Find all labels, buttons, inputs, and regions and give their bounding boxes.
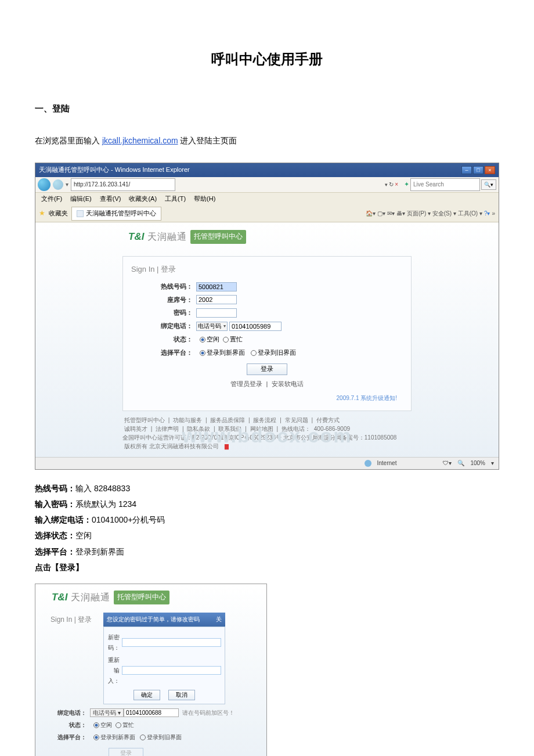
login-button[interactable]: 登录 (247, 363, 287, 375)
brand-bar: T&I 天润融通 托管型呼叫中心 (35, 222, 499, 251)
password-input[interactable] (196, 308, 237, 318)
signin-title-zh-2: 登录 (78, 615, 92, 624)
page-tools: 🏠▾ ▢▾ ✉▾ 🖶▾ 页面(P) ▾ 安全(S) ▾ 工具(O) ▾ ?▾ » (366, 208, 495, 219)
underlying-form: 绑定电话： 电话号码▾ 请在号码前加区号！ 状态： 空闲 置忙 选择平台： 登录… (50, 708, 262, 756)
info-password-value: 系统默认为 1234 (75, 499, 136, 509)
seat-input[interactable] (196, 295, 237, 304)
menu-edit[interactable]: 编辑(E) (68, 193, 94, 205)
protected-mode-icon[interactable]: 🛡▾ (443, 458, 452, 469)
modal-title: 您设定的密码过于简单，请修改密码 (107, 614, 200, 625)
info-password-label: 输入密码： (35, 499, 75, 509)
bind-phone-label: 绑定电话： (131, 321, 196, 332)
under-platform-new-radio[interactable] (93, 735, 99, 740)
address-bar[interactable]: http://172.16.203.141/ (71, 178, 175, 191)
under-platform-new-text: 登录到新界面 (100, 732, 135, 743)
instruction-prefix: 在浏览器里面输入 (35, 136, 102, 145)
hotline-label: 热线号码： (131, 281, 196, 293)
state-busy-radio[interactable] (223, 337, 229, 343)
repeat-password-input[interactable] (122, 666, 221, 675)
platform-new-text: 登录到新界面 (207, 347, 245, 359)
tab-favicon (77, 210, 84, 217)
footer-l2b[interactable]: 法律声明 (156, 426, 179, 432)
section-1-heading: 一、登陆 (35, 100, 499, 116)
under-platform-old-text: 登录到旧界面 (147, 732, 182, 743)
menu-help[interactable]: 帮助(H) (192, 193, 218, 205)
repeat-password-label: 重新输入： (107, 655, 120, 686)
bind-type-select[interactable]: 电话号码▾ (196, 322, 228, 331)
search-go-button[interactable]: 🔍▾ (481, 179, 496, 190)
instruction-suffix: 进入登陆主页面 (178, 136, 237, 145)
info-hotline-value: 输入 82848833 (75, 484, 130, 493)
help-icon[interactable]: ?▾ (484, 208, 490, 219)
under-state-busy-radio[interactable] (116, 722, 121, 728)
hotline-input[interactable] (196, 282, 237, 291)
maximize-button[interactable]: □ (473, 166, 484, 174)
close-button[interactable]: × (485, 166, 495, 174)
login-url-link[interactable]: jkcall.jkchemical.com (102, 136, 178, 145)
password-change-dialog: 您设定的密码过于简单，请修改密码 关 新密码： 重新输入： 确定 取消 (103, 613, 225, 704)
feed-icon[interactable]: ▢▾ (377, 208, 385, 219)
more-chevron[interactable]: » (492, 208, 495, 219)
info-state-label: 选择状态： (35, 531, 75, 540)
modal-ok-button[interactable]: 确定 (134, 690, 160, 700)
favorites-label: 收藏夹 (49, 208, 68, 219)
chevron-down-icon: ▾ (118, 708, 121, 718)
under-state-idle-radio[interactable] (93, 722, 99, 728)
platform-new-radio[interactable] (200, 350, 205, 356)
under-state-label: 状态： (50, 720, 86, 730)
install-softphone-link[interactable]: 安装软电话 (272, 380, 304, 387)
screenshot-password-modal: T&I 天润融通 托管型呼叫中心 Sign In | 登录 您设定的密码过于简单… (35, 584, 267, 756)
search-box[interactable]: Live Search (410, 178, 480, 191)
new-password-label: 新密码： (107, 632, 120, 653)
menu-favorites[interactable]: 收藏夹(A) (127, 193, 159, 205)
bind-phone-input[interactable] (229, 322, 282, 331)
info-bindphone-label: 输入绑定电话： (35, 515, 92, 524)
brand-cn-text-2: 天润融通 (71, 589, 110, 606)
modal-close-button[interactable]: 关 (216, 614, 222, 625)
menu-view[interactable]: 查看(V) (98, 193, 124, 205)
state-idle-radio[interactable] (200, 337, 205, 343)
under-bind-input[interactable] (124, 708, 179, 717)
screenshot-login-page: 天润融通托管型呼叫中心 - Windows Internet Explorer … (35, 163, 499, 469)
ie-status-bar: Internet 🛡▾ 🔍 100% ▾ (35, 457, 499, 469)
under-bind-note: 请在号码前加区号！ (182, 708, 234, 718)
internet-zone-icon (365, 460, 371, 467)
upgrade-notice[interactable]: 2009.7.1 系统升级通知! (131, 393, 403, 404)
browser-tab[interactable]: 天润融通托管型呼叫中心 (71, 207, 161, 221)
info-click-login: 点击【登录】 (35, 563, 84, 572)
ie-nav-toolbar: ▾ http://172.16.203.141/ ▾ ↻ × ✦ Live Se… (35, 177, 499, 193)
favorites-star-icon[interactable]: ★ (39, 207, 45, 220)
under-platform-old-radio[interactable] (140, 735, 146, 740)
new-password-input[interactable] (122, 638, 221, 647)
menu-file[interactable]: 文件(F) (39, 193, 64, 205)
footer-l2a[interactable]: 诚聘英才 (124, 426, 147, 432)
password-label: 密码： (131, 307, 196, 319)
seat-label: 座席号： (131, 294, 196, 306)
modal-cancel-button[interactable]: 取消 (168, 690, 195, 700)
home-icon[interactable]: 🏠▾ (366, 208, 376, 219)
minimize-button[interactable]: – (461, 166, 472, 174)
info-bindphone-value: 01041000+分机号码 (92, 515, 165, 524)
platform-old-radio[interactable] (251, 350, 257, 356)
brand-tag-2: 托管型呼叫中心 (114, 591, 169, 604)
platform-label: 选择平台： (131, 347, 196, 359)
page-menu[interactable]: 页面(P) ▾ 安全(S) ▾ 工具(O) ▾ (407, 208, 482, 219)
mail-icon[interactable]: ✉▾ (387, 208, 395, 219)
watermark: www.bdocx.com (182, 418, 352, 453)
state-label: 状态： (131, 334, 196, 345)
admin-login-link[interactable]: 管理员登录 (230, 380, 262, 387)
under-bind-type-select[interactable]: 电话号码▾ (90, 708, 124, 717)
document-title: 呼叫中心使用手册 (35, 46, 499, 71)
menu-tools[interactable]: 工具(T) (163, 193, 188, 205)
back-button[interactable] (38, 178, 50, 191)
forward-button[interactable] (53, 179, 63, 190)
under-platform-label: 选择平台： (50, 732, 86, 743)
print-icon[interactable]: 🖶▾ (396, 208, 405, 219)
signin-title-zh: 登录 (161, 265, 176, 273)
under-state-idle-text: 空闲 (100, 720, 112, 730)
chevron-down-icon: ▾ (223, 322, 226, 330)
footer-l1a[interactable]: 托管型呼叫中心 (124, 417, 165, 423)
zoom-level[interactable]: 100% (470, 458, 485, 469)
brand-ti-logo-2: T&I (52, 589, 67, 607)
brand-ti-logo: T&I (128, 228, 144, 246)
